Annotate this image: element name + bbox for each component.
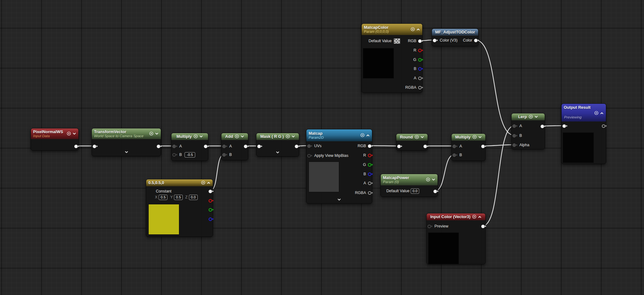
play-circle-icon[interactable]: [426, 178, 430, 182]
pin-out[interactable]: [295, 144, 300, 149]
pin-Color (V3)[interactable]: Color (V3): [433, 38, 458, 43]
chevron-down-icon[interactable]: [125, 150, 128, 155]
pin-RGB[interactable]: RGB: [408, 38, 423, 43]
wire-multiply-2.out--lerp.Alpha[interactable]: [483, 145, 514, 146]
pin-UVs[interactable]: UVs: [307, 143, 322, 148]
pin-Preview[interactable]: Preview: [428, 224, 448, 229]
node-lerp[interactable]: LerpABAlpha: [511, 113, 545, 149]
pin-A[interactable]: A: [414, 76, 423, 81]
value-input[interactable]: 0.0: [411, 188, 419, 194]
pin-out[interactable]: [209, 207, 214, 212]
pin-RGBA[interactable]: RGBA: [355, 190, 373, 195]
node-header[interactable]: Round: [396, 134, 428, 141]
pin-Color[interactable]: Color: [463, 38, 479, 43]
pin-A[interactable]: A: [172, 144, 182, 149]
node-header[interactable]: 0.5,0.5,0: [146, 179, 213, 186]
pin-out[interactable]: [157, 144, 162, 149]
node-multiply-2[interactable]: MultiplyAB: [451, 133, 486, 161]
node-matcappower[interactable]: MatcapPowerParam (0)Default Value0.0: [380, 174, 438, 197]
pin-out[interactable]: [433, 189, 438, 194]
pin-A[interactable]: A: [222, 144, 232, 149]
play-circle-icon[interactable]: [473, 135, 477, 139]
pin-R[interactable]: R: [363, 153, 373, 158]
node-header[interactable]: Lerp: [512, 113, 545, 120]
value-input[interactable]: 0.5: [174, 195, 183, 200]
wire-input-color-vector3.out--lerp.A[interactable]: [483, 126, 514, 226]
node-header[interactable]: Add: [221, 133, 248, 140]
pin-out[interactable]: [481, 144, 486, 149]
node-header[interactable]: MF_AdjustTODColor: [432, 29, 478, 36]
pin-B[interactable]: B: [453, 152, 462, 158]
chevron-down-icon[interactable]: [276, 150, 280, 156]
chevron-up-icon[interactable]: [416, 28, 420, 31]
pin-Apply View MipBias[interactable]: Apply View MipBias: [307, 153, 349, 158]
play-circle-icon[interactable]: [201, 181, 205, 185]
value-input[interactable]: -0.5: [185, 152, 195, 158]
node-header[interactable]: Mask ( R G ): [256, 133, 299, 140]
node-output-result[interactable]: Output ResultPreviewing: [561, 103, 606, 164]
pin-B[interactable]: B: [172, 152, 182, 157]
pin-A[interactable]: A: [513, 123, 522, 128]
chevron-down-icon[interactable]: [420, 135, 424, 139]
pin-B[interactable]: B: [364, 172, 373, 177]
play-circle-icon[interactable]: [411, 27, 415, 31]
node-add[interactable]: AddAB: [221, 133, 248, 160]
node-matcapcolor[interactable]: MatcapColorParam (0,0,0,0)Default ValueR…: [361, 23, 423, 93]
pin-out[interactable]: [424, 144, 429, 149]
pin-out[interactable]: [204, 144, 209, 149]
chevron-down-icon[interactable]: [240, 135, 244, 138]
pin-B[interactable]: B: [513, 133, 522, 138]
wire-matcap.RGB--round.in[interactable]: [369, 146, 399, 146]
pin-in[interactable]: [562, 123, 567, 128]
chevron-down-icon[interactable]: [291, 135, 295, 138]
node-matcap[interactable]: MatcapParam2DUVsApply View MipBiasRGBRGB…: [306, 129, 372, 204]
play-circle-icon[interactable]: [472, 215, 476, 219]
pin-in[interactable]: [257, 144, 262, 149]
play-circle-icon[interactable]: [286, 134, 290, 138]
node-header[interactable]: TransformVectorWorld Space to Camera Spa…: [92, 128, 161, 139]
node-header[interactable]: MatcapColorParam (0,0,0,0): [362, 24, 422, 35]
play-circle-icon[interactable]: [67, 132, 71, 136]
chevron-up-icon[interactable]: [366, 133, 370, 137]
pin-out[interactable]: [602, 123, 607, 128]
pin-out[interactable]: [541, 124, 546, 129]
node-multiply-1[interactable]: Multiply-0.5AB: [171, 133, 208, 161]
play-circle-icon[interactable]: [149, 132, 153, 136]
pin-A[interactable]: A: [453, 144, 462, 149]
pin-B[interactable]: B: [414, 66, 423, 71]
play-circle-icon[interactable]: [360, 133, 364, 137]
chevron-down-icon[interactable]: [72, 132, 76, 136]
chevron-down-icon[interactable]: [199, 135, 203, 138]
play-circle-icon[interactable]: [194, 134, 198, 138]
node-header[interactable]: Output ResultPreviewing: [562, 104, 606, 122]
checker-swatch[interactable]: [394, 38, 400, 44]
play-circle-icon[interactable]: [529, 115, 533, 119]
chevron-up-icon[interactable]: [478, 215, 482, 219]
play-circle-icon[interactable]: [415, 135, 419, 139]
chevron-down-icon[interactable]: [478, 135, 482, 139]
wire-mf-adjusttodcolor.Color--lerp.B[interactable]: [475, 40, 514, 135]
pin-Alpha[interactable]: Alpha: [513, 142, 529, 148]
node-constant-050505[interactable]: 0.5,0.5,0ConstantX0.5Y0.5Z0.0: [146, 179, 213, 237]
pin-in[interactable]: [397, 144, 402, 149]
pin-A[interactable]: A: [364, 181, 373, 186]
node-header[interactable]: PixelNormalWSInput Data: [31, 128, 78, 139]
node-header[interactable]: MatcapPowerParam (0): [381, 174, 438, 185]
value-input[interactable]: 0.5: [159, 195, 167, 200]
pin-out[interactable]: [481, 224, 486, 229]
chevron-down-icon[interactable]: [432, 178, 435, 182]
pin-G[interactable]: G: [413, 57, 423, 62]
play-circle-icon[interactable]: [594, 111, 598, 115]
pin-G[interactable]: G: [363, 162, 373, 167]
node-input-color-vector3[interactable]: Input Color (Vector3)Preview: [426, 213, 486, 264]
chevron-down-icon[interactable]: [155, 132, 159, 136]
node-header[interactable]: Input Color (Vector3): [427, 213, 485, 220]
pin-out[interactable]: [209, 198, 214, 203]
node-round[interactable]: Round: [396, 133, 428, 151]
pin-out[interactable]: [209, 189, 214, 194]
chevron-up-icon[interactable]: [207, 181, 211, 185]
pin-RGBA[interactable]: RGBA: [405, 85, 423, 90]
pin-out[interactable]: [209, 217, 214, 222]
pin-R[interactable]: R: [414, 48, 423, 53]
node-header[interactable]: Multiply: [171, 133, 208, 140]
